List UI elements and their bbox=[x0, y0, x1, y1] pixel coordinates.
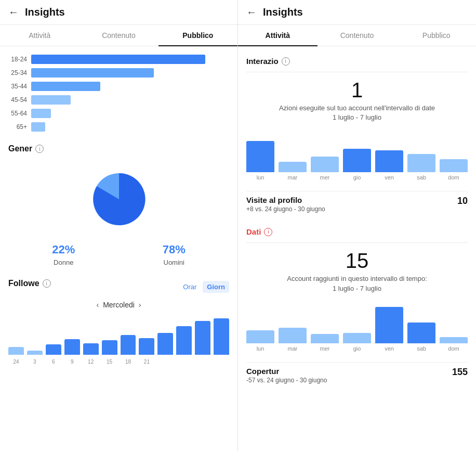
bar-label-9 bbox=[176, 359, 192, 365]
left-tab-attivita[interactable]: Attività bbox=[0, 25, 79, 46]
right-header: ← Insights bbox=[238, 0, 476, 25]
dati-label: Dati i bbox=[246, 225, 468, 240]
int-bar-1 bbox=[279, 162, 307, 172]
followers-bar-5 bbox=[102, 340, 117, 355]
int-label-4: ven bbox=[375, 174, 403, 181]
left-panel: ← Insights Attività Contenuto Pubblico 1… bbox=[0, 0, 238, 451]
bar-label-3: 9 bbox=[64, 359, 80, 365]
bar-label-5: 15 bbox=[102, 359, 117, 365]
dati-bar-3 bbox=[343, 333, 371, 343]
gender-stats: 22% Donne 78% Uomini bbox=[8, 243, 229, 266]
dati-label-5: sab bbox=[407, 345, 435, 352]
int-bar-2 bbox=[311, 157, 339, 172]
age-bar-1824 bbox=[31, 55, 229, 64]
bar-label-7: 21 bbox=[139, 359, 154, 365]
followers-bar-2 bbox=[46, 344, 61, 355]
interazioni-info-icon[interactable]: i bbox=[282, 57, 290, 66]
nav-prev[interactable]: ‹ bbox=[96, 301, 99, 309]
int-bar-5 bbox=[407, 154, 435, 172]
followers-bar-6 bbox=[121, 335, 136, 355]
gender-male-stat: 78% Uomini bbox=[163, 243, 186, 266]
age-label-2534: 25-34 bbox=[8, 69, 27, 76]
right-tab-contenuto[interactable]: Contenuto bbox=[318, 25, 397, 46]
dati-sub-text: Account raggiunti in questo intervallo d… bbox=[246, 274, 468, 293]
dati-bar-chart bbox=[246, 302, 468, 343]
male-pct: 78% bbox=[163, 243, 186, 256]
followers-bar-9 bbox=[176, 326, 192, 355]
right-back-button[interactable]: ← bbox=[246, 6, 257, 18]
toggle-hour[interactable]: Orar bbox=[179, 281, 201, 293]
followers-bar-11 bbox=[214, 318, 229, 355]
followers-bar-3 bbox=[64, 339, 80, 355]
right-tab-attivita[interactable]: Attività bbox=[238, 25, 318, 46]
left-content: 18-24 25-34 35-44 45-54 bbox=[0, 46, 237, 451]
left-title: Insights bbox=[25, 6, 65, 18]
interazioni-bar-chart bbox=[246, 131, 468, 172]
followers-nav: ‹ Mercoledi › bbox=[8, 301, 229, 309]
followers-info-icon[interactable]: i bbox=[43, 279, 51, 288]
dati-label-6: dom bbox=[440, 345, 468, 352]
pie-chart bbox=[88, 168, 150, 230]
copertura-metric: Copertur -57 vs. 24 giugno - 30 giugno 1… bbox=[246, 362, 468, 388]
interazioni-bar-labels: lun mar mer gio ven sab dom bbox=[246, 174, 468, 181]
gender-info-icon[interactable]: i bbox=[35, 145, 44, 153]
int-label-5: sab bbox=[407, 174, 435, 181]
interazioni-sub-text: Azioni eseguite sul tuo account nell'int… bbox=[246, 104, 468, 122]
age-bar-3544 bbox=[31, 82, 229, 91]
followers-bar-0 bbox=[8, 347, 24, 355]
left-back-button[interactable]: ← bbox=[8, 6, 19, 18]
dati-info-icon[interactable]: i bbox=[264, 228, 272, 236]
left-tab-pubblico[interactable]: Pubblico bbox=[158, 25, 237, 46]
followers-bar-4 bbox=[83, 343, 99, 355]
nav-label: Mercoledi bbox=[103, 301, 135, 309]
left-tabs: Attività Contenuto Pubblico bbox=[0, 25, 237, 46]
dati-label-1: mar bbox=[279, 345, 307, 352]
followers-title: Followe i bbox=[8, 279, 51, 288]
followers-bar-8 bbox=[157, 333, 173, 355]
bar-label-8 bbox=[157, 359, 173, 365]
right-title: Insights bbox=[263, 6, 303, 18]
bar-label-1: 3 bbox=[27, 359, 43, 365]
followers-bar-1 bbox=[27, 351, 43, 355]
age-row-5564: 55-64 bbox=[8, 109, 229, 118]
dati-bar-2 bbox=[311, 334, 339, 343]
dati-label-0: lun bbox=[246, 345, 274, 352]
bar-label-0: 24 bbox=[8, 359, 24, 365]
gender-chart bbox=[8, 160, 229, 239]
dati-label-4: ven bbox=[375, 345, 403, 352]
int-label-6: dom bbox=[440, 174, 468, 181]
int-bar-3 bbox=[343, 149, 371, 172]
int-bar-0 bbox=[246, 141, 274, 172]
age-row-65plus: 65+ bbox=[8, 122, 229, 132]
age-row-3544: 35-44 bbox=[8, 82, 229, 91]
followers-header: Followe i Orar Giorn bbox=[8, 279, 229, 294]
age-label-5564: 55-64 bbox=[8, 110, 27, 117]
dati-bar-6 bbox=[440, 337, 468, 343]
age-label-65plus: 65+ bbox=[8, 123, 27, 131]
followers-bar-10 bbox=[195, 321, 210, 355]
copertura-value: 155 bbox=[452, 367, 468, 378]
gender-female-stat: 22% Donne bbox=[52, 243, 75, 266]
age-label-4554: 45-54 bbox=[8, 96, 27, 104]
copertura-change: -57 vs. 24 giugno - 30 giugno bbox=[246, 377, 327, 384]
int-label-3: gio bbox=[343, 174, 371, 181]
int-bar-4 bbox=[375, 150, 403, 172]
right-tab-pubblico[interactable]: Pubblico bbox=[396, 25, 476, 46]
interazioni-divider bbox=[246, 72, 468, 72]
right-panel: ← Insights Attività Contenuto Pubblico I… bbox=[238, 0, 476, 451]
followers-bar-chart bbox=[8, 315, 229, 357]
left-header: ← Insights bbox=[0, 0, 237, 25]
nav-next[interactable]: › bbox=[139, 301, 141, 309]
visite-name: Visite al profilo bbox=[246, 196, 325, 204]
visite-change: +8 vs. 24 giugno - 30 giugno bbox=[246, 205, 325, 213]
age-row-4554: 45-54 bbox=[8, 95, 229, 105]
bar-label-6: 18 bbox=[121, 359, 136, 365]
toggle-day[interactable]: Giorn bbox=[203, 281, 229, 293]
left-tab-contenuto[interactable]: Contenuto bbox=[79, 25, 158, 46]
copertura-info: Copertur -57 vs. 24 giugno - 30 giugno bbox=[246, 367, 327, 384]
age-bar-5564 bbox=[31, 109, 229, 118]
age-row-2534: 25-34 bbox=[8, 68, 229, 78]
dati-bar-1 bbox=[279, 328, 307, 343]
int-bar-6 bbox=[440, 159, 468, 172]
copertura-name: Copertur bbox=[246, 367, 327, 376]
